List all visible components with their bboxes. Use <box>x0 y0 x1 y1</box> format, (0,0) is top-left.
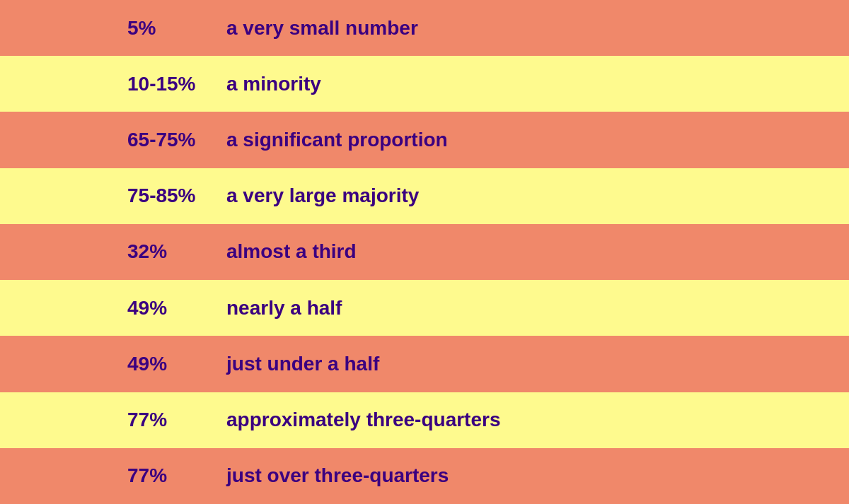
percent-cell: 77% <box>0 464 226 487</box>
percent-cell: 32% <box>0 240 226 263</box>
percent-cell: 75-85% <box>0 184 226 207</box>
description-cell: a significant proportion <box>226 129 849 151</box>
percent-cell: 77% <box>0 409 226 431</box>
percent-cell: 49% <box>0 353 226 375</box>
main-table: 5%a very small number10-15%a minority65-… <box>0 0 849 504</box>
table-row: 77%just over three-quarters <box>0 448 849 504</box>
table-row: 5%a very small number <box>0 0 849 56</box>
description-cell: approximately three-quarters <box>226 409 849 431</box>
table-row: 77%approximately three-quarters <box>0 392 849 448</box>
table-row: 65-75%a significant proportion <box>0 112 849 168</box>
percent-cell: 49% <box>0 297 226 320</box>
table-row: 49%just under a half <box>0 336 849 392</box>
table-row: 49%nearly a half <box>0 280 849 336</box>
table-row: 32%almost a third <box>0 224 849 280</box>
description-cell: just under a half <box>226 353 849 375</box>
description-cell: nearly a half <box>226 297 849 320</box>
description-cell: a minority <box>226 73 849 95</box>
description-cell: just over three-quarters <box>226 464 849 487</box>
percent-cell: 5% <box>0 17 226 40</box>
table-row: 75-85%a very large majority <box>0 168 849 224</box>
description-cell: a very small number <box>226 17 849 40</box>
table-row: 10-15%a minority <box>0 56 849 112</box>
percent-cell: 65-75% <box>0 129 226 151</box>
description-cell: almost a third <box>226 240 849 263</box>
percent-cell: 10-15% <box>0 73 226 95</box>
description-cell: a very large majority <box>226 184 849 207</box>
